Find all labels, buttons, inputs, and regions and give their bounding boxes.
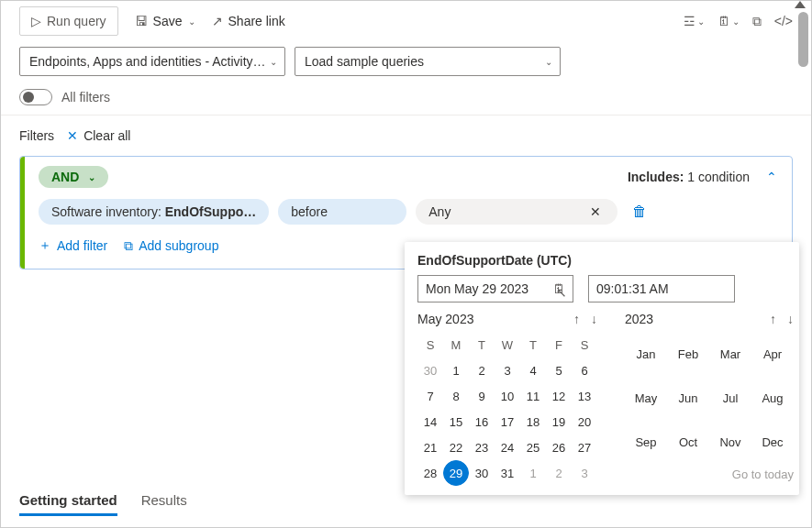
calendar-day[interactable]: 30 [417,358,443,383]
collapse-button[interactable]: ⌃ [766,170,777,184]
time-input[interactable]: 09:01:31 AM [588,275,735,302]
calendar-grid: SMTWTFS301234567891011121314151617181920… [417,332,597,486]
bottom-tabs: Getting started Results [19,492,187,516]
month-cell[interactable]: Oct [667,424,709,460]
calendar-month-label[interactable]: May 2023 [417,312,473,326]
calendar-day[interactable]: 9 [469,383,495,409]
month-cell[interactable]: Apr [751,336,794,372]
calendar-day[interactable]: 25 [520,434,546,460]
calendar-day[interactable]: 1 [520,460,546,486]
calendar-day[interactable]: 10 [495,383,520,409]
weekday-header: T [478,338,485,352]
calendar-day[interactable]: 13 [572,383,597,409]
calendar-day[interactable]: 24 [495,434,520,460]
calendar-options-button[interactable]: 🗓⌄ [717,14,740,29]
weekday-header: S [427,338,435,352]
calendar-day[interactable]: 30 [469,460,495,486]
calendar-day[interactable]: 28 [417,460,443,486]
clear-all-button[interactable]: ✕ Clear all [67,128,130,143]
date-input[interactable]: Mon May 29 2023 🗓↖ [417,275,573,302]
month-cell[interactable]: Jan [625,336,667,372]
calendar-day[interactable]: 5 [546,358,572,383]
clear-value-button[interactable]: ✕ [586,204,605,219]
tab-getting-started[interactable]: Getting started [19,492,117,516]
sample-queries-dropdown[interactable]: Load sample queries ⌄ [295,47,561,76]
calendar-day[interactable]: 3 [495,358,520,383]
list-options-button[interactable]: ☲⌄ [684,14,705,29]
time-input-value: 09:01:31 AM [596,281,669,296]
calendar-day[interactable]: 11 [520,383,546,409]
export-button[interactable]: ⧉ [752,14,762,29]
calendar-day[interactable]: 23 [469,434,495,460]
add-subgroup-button[interactable]: ⧉ Add subgroup [124,237,218,254]
scope-dropdown-label: Endpoints, Apps and identities - Activit… [29,54,266,69]
month-cell[interactable]: Mar [709,336,751,372]
weekday-header: W [502,338,513,352]
calendar-month-view: May 2023 ↑ ↓ SMTWTFS30123456789101112131… [417,312,597,486]
next-month-button[interactable]: ↓ [591,312,597,326]
calendar-day[interactable]: 4 [520,358,546,383]
calendar-day[interactable]: 3 [572,460,597,486]
month-cell[interactable]: Dec [751,424,794,460]
calendar-day[interactable]: 15 [443,409,469,434]
plus-icon: ＋ [39,237,51,254]
calendar-day[interactable]: 21 [417,434,443,460]
filter-field-pill[interactable]: Software inventory: EndOfSuppo… [39,199,269,225]
filter-value-pill[interactable]: Any ✕ [416,199,617,225]
group-header: AND ⌄ Includes: 1 condition ⌃ [20,157,792,199]
date-picker-popup: EndOfSupportDate (UTC) Mon May 29 2023 🗓… [405,242,799,495]
month-cell[interactable]: May [625,380,667,416]
calendar-year-label[interactable]: 2023 [625,312,653,326]
join-operator-label: AND [51,170,79,184]
all-filters-toggle[interactable] [19,89,52,105]
month-cell[interactable]: Nov [709,424,751,460]
calendar-day[interactable]: 29 [443,460,469,486]
clear-all-label: Clear all [83,128,130,143]
prev-year-button[interactable]: ↑ [770,312,776,326]
calendar-day[interactable]: 8 [443,383,469,409]
calendar-day[interactable]: 18 [520,409,546,434]
calendar-day[interactable]: 20 [572,409,597,434]
run-query-button[interactable]: ▷ Run query [19,6,118,36]
calendar-icon[interactable]: 🗓↖ [552,281,565,296]
calendar-day[interactable]: 7 [417,383,443,409]
add-filter-button[interactable]: ＋ Add filter [39,237,107,254]
month-cell[interactable]: Jul [709,380,751,416]
calendar-day[interactable]: 22 [443,434,469,460]
calendar-day[interactable]: 17 [495,409,520,434]
month-cell[interactable]: Aug [751,380,794,416]
calendar-day[interactable]: 19 [546,409,572,434]
chevron-down-icon: ⌄ [270,57,277,67]
filter-operator-pill[interactable]: before [278,199,406,225]
calendar-day[interactable]: 1 [443,358,469,383]
calendar-day[interactable]: 16 [469,409,495,434]
go-to-today-button[interactable]: Go to today [625,468,794,481]
code-button[interactable]: </> [774,14,793,29]
month-cell[interactable]: Jun [667,380,709,416]
calendar-day[interactable]: 27 [572,434,597,460]
scrollbar-up-arrow[interactable] [795,1,806,8]
calendar-day[interactable]: 12 [546,383,572,409]
save-button[interactable]: 🖫 Save ⌄ [135,6,195,36]
calendar-day[interactable]: 31 [495,460,520,486]
month-cell[interactable]: Feb [667,336,709,372]
includes-summary: Includes: 1 condition [628,170,750,184]
calendar-day[interactable]: 6 [572,358,597,383]
filter-condition-row: Software inventory: EndOfSuppo… before A… [20,199,792,234]
share-link-button[interactable]: ↗ Share link [212,6,285,36]
next-year-button[interactable]: ↓ [787,312,794,326]
tab-results[interactable]: Results [141,492,187,516]
delete-filter-button[interactable]: 🗑 [632,204,647,220]
filters-label: Filters [19,128,54,143]
scrollbar-thumb[interactable] [798,12,808,67]
calendar-day[interactable]: 14 [417,409,443,434]
calendar-day[interactable]: 2 [546,460,572,486]
prev-month-button[interactable]: ↑ [573,312,580,326]
calendar-day[interactable]: 2 [469,358,495,383]
chevron-down-icon: ⌄ [88,172,95,182]
save-label: Save [153,14,183,28]
scope-dropdown[interactable]: Endpoints, Apps and identities - Activit… [19,47,285,76]
calendar-day[interactable]: 26 [546,434,572,460]
join-operator-pill[interactable]: AND ⌄ [39,166,108,188]
month-cell[interactable]: Sep [625,424,667,460]
